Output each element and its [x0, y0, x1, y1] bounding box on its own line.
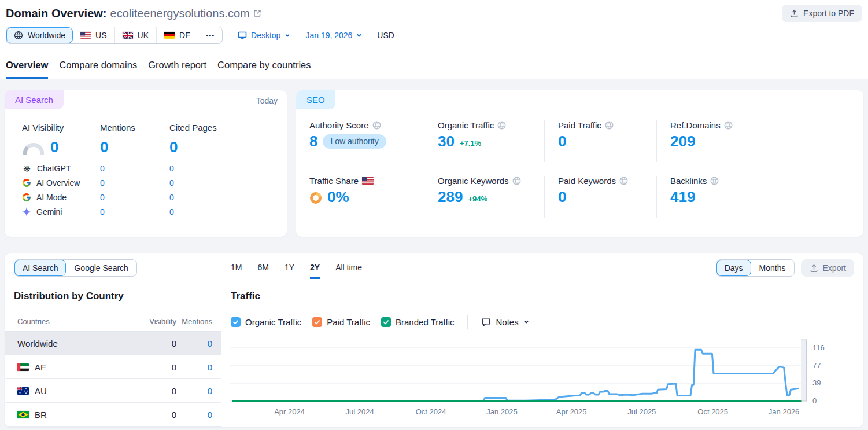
ellipsis-icon: •••	[206, 32, 215, 39]
tab-compare-domains[interactable]: Compare domains	[59, 51, 137, 79]
location-chip-worldwide[interactable]: Worldwide	[6, 27, 73, 43]
svg-text:77: 77	[812, 361, 821, 370]
gemini-icon	[22, 207, 31, 216]
platform-cited-link[interactable]: 0	[169, 164, 287, 173]
col-countries[interactable]: Countries	[17, 317, 136, 326]
seo-badge: SEO	[296, 90, 335, 109]
mentions-value: 0	[100, 139, 108, 155]
cited-pages-value: 0	[169, 139, 178, 155]
time-range-selector: 1M 6M 1Y 2Y All time	[231, 263, 362, 279]
table-row-ae[interactable]: AE 0 0	[5, 355, 221, 379]
metric-organic-traffic: Organic Traffic 30 +7.1%	[424, 120, 544, 162]
table-row-br[interactable]: BR 0 0	[5, 403, 221, 427]
traffic-title: Traffic	[231, 291, 260, 302]
more-locations-button[interactable]: •••	[198, 27, 222, 43]
checkbox-checked-icon[interactable]	[312, 317, 322, 327]
platform-mentions-link[interactable]: 0	[100, 193, 169, 202]
au-flag-icon	[17, 387, 29, 395]
cited-pages-label: Cited Pages	[169, 123, 287, 133]
metric-traffic-share: Traffic Share 0%	[296, 176, 424, 218]
platform-mentions-link[interactable]: 0	[100, 207, 169, 216]
country-table: Countries Visibility Mentions Worldwide …	[5, 314, 221, 427]
globe-info-icon[interactable]	[512, 177, 521, 185]
toggle-ai-search[interactable]: AI Search	[14, 260, 66, 276]
globe-info-icon[interactable]	[497, 121, 506, 130]
platform-cited-link[interactable]: 0	[169, 178, 287, 188]
range-all-time[interactable]: All time	[335, 263, 362, 279]
main-tabs: Overview Compare domains Growth report C…	[0, 51, 868, 79]
metric-paid-traffic: Paid Traffic 0	[544, 120, 656, 162]
traffic-panel: AI Search Google Search 1M 6M 1Y 2Y All …	[5, 253, 863, 427]
legend-organic-traffic[interactable]: Organic Traffic	[231, 317, 301, 327]
notes-dropdown[interactable]: Notes	[481, 317, 529, 327]
search-source-toggle: AI Search Google Search	[14, 259, 137, 277]
platform-chatgpt: ❋ ChatGPT	[22, 164, 100, 173]
tab-overview[interactable]: Overview	[6, 51, 48, 79]
google-icon	[22, 193, 31, 202]
divider	[467, 315, 468, 329]
globe-info-icon[interactable]	[710, 177, 719, 185]
metric-paid-keywords: Paid Keywords 0	[544, 176, 656, 218]
location-label: Worldwide	[28, 31, 65, 40]
device-selector[interactable]: Desktop	[238, 31, 290, 40]
location-label: DE	[179, 31, 190, 40]
svg-text:Jan 2026: Jan 2026	[769, 407, 800, 416]
chart-legend: Organic Traffic Paid Traffic Branded Tra…	[231, 315, 529, 329]
legend-paid-traffic[interactable]: Paid Traffic	[312, 317, 370, 327]
seo-card: SEO Authority Score 8 Low authority Orga…	[296, 90, 863, 237]
export-to-pdf-button[interactable]: Export to PDF	[782, 5, 862, 22]
platform-ai-overview: AI Overview	[22, 178, 100, 188]
col-visibility[interactable]: Visibility	[136, 317, 176, 326]
svg-text:Apr 2025: Apr 2025	[556, 407, 587, 416]
us-flag-icon	[80, 32, 91, 39]
svg-text:Oct 2024: Oct 2024	[416, 407, 446, 416]
range-1y[interactable]: 1Y	[285, 263, 294, 279]
toggle-months[interactable]: Months	[751, 260, 794, 276]
table-row-worldwide[interactable]: Worldwide 0 0	[5, 332, 221, 355]
platform-cited-link[interactable]: 0	[169, 207, 287, 216]
svg-text:0: 0	[812, 396, 817, 405]
globe-info-icon[interactable]	[724, 121, 733, 130]
globe-info-icon[interactable]	[619, 177, 628, 185]
location-chip-de[interactable]: DE	[156, 27, 198, 43]
platform-mentions-link[interactable]: 0	[100, 178, 169, 188]
checkbox-checked-icon[interactable]	[381, 317, 391, 327]
chevron-down-icon	[523, 319, 529, 325]
svg-text:Jul 2024: Jul 2024	[346, 407, 374, 416]
external-link-icon[interactable]	[253, 9, 261, 17]
checkbox-checked-icon[interactable]	[231, 317, 241, 327]
toggle-google-search[interactable]: Google Search	[66, 260, 136, 276]
col-mentions[interactable]: Mentions	[176, 317, 212, 326]
range-2y[interactable]: 2Y	[310, 263, 320, 279]
legend-branded-traffic[interactable]: Branded Traffic	[381, 317, 454, 327]
notes-icon	[481, 317, 491, 327]
location-chip-us[interactable]: US	[73, 27, 114, 43]
range-6m[interactable]: 6M	[257, 263, 268, 279]
location-chip-uk[interactable]: UK	[114, 27, 156, 43]
traffic-chart[interactable]: 03977116Apr 2024Jul 2024Oct 2024Jan 2025…	[228, 333, 859, 427]
svg-text:116: 116	[812, 343, 825, 352]
export-button[interactable]: Export	[801, 259, 854, 277]
donut-icon	[309, 192, 322, 204]
location-label: US	[95, 31, 106, 40]
range-1m[interactable]: 1M	[231, 263, 242, 279]
tab-compare-by-countries[interactable]: Compare by countries	[217, 51, 311, 79]
platform-ai-mode: AI Mode	[22, 193, 100, 202]
table-row-au[interactable]: AU 0 0	[5, 379, 221, 403]
globe-info-icon[interactable]	[605, 121, 614, 130]
mentions-label: Mentions	[100, 123, 169, 133]
platform-mentions-link[interactable]: 0	[100, 164, 169, 173]
page-title: Domain Overview: ecoliteenergysolutions.…	[6, 7, 261, 20]
toggle-days[interactable]: Days	[716, 260, 751, 276]
platform-cited-link[interactable]: 0	[169, 193, 287, 202]
globe-info-icon[interactable]	[372, 121, 381, 130]
delta-badge: +94%	[468, 195, 487, 204]
gauge-icon	[22, 142, 45, 155]
upload-icon	[790, 9, 799, 18]
tab-growth-report[interactable]: Growth report	[148, 51, 206, 79]
date-selector[interactable]: Jan 19, 2026	[305, 31, 362, 40]
metric-backlinks: Backlinks 419	[656, 176, 863, 218]
domain-name: ecoliteenergysolutions.com	[110, 7, 250, 20]
ai-visibility-label: AI Visibility	[22, 123, 100, 133]
svg-text:39: 39	[812, 378, 821, 387]
